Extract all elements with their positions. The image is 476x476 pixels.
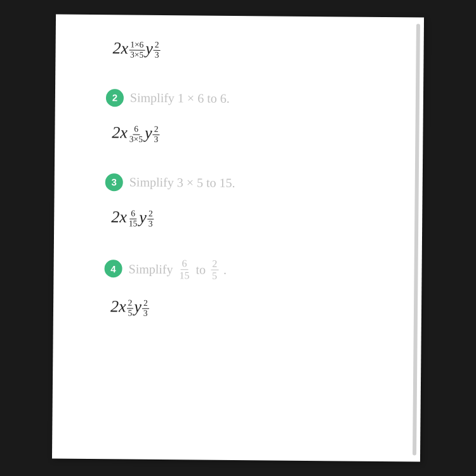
step3-x-numer: 6 (129, 209, 136, 219)
step3-y-numer: 2 (147, 209, 154, 220)
step2-y-numer: 2 (153, 125, 160, 135)
step4-period: . (223, 263, 227, 277)
step4-frac2-denom: 5 (211, 270, 218, 282)
step-4-circle: 4 (104, 260, 122, 278)
step4-y-denom: 3 (142, 308, 149, 318)
step2-y-denom: 3 (153, 135, 160, 145)
step-3-expression: 2x615y23 (111, 202, 390, 235)
step3-y-var: y (139, 208, 147, 226)
step-2-block: 2 Simplify 1 × 6 to 6. 2x63×5y23 (105, 89, 392, 150)
step3-x-exponent: 615 (128, 209, 139, 228)
step4-frac1-numer: 6 (181, 258, 188, 270)
step3-coef: 2x (111, 208, 127, 226)
step2-y-var: y (145, 124, 152, 142)
step4-frac1: 6 15 (178, 258, 190, 281)
step-4-instruction: Simplify 6 15 to 2 5 . (128, 258, 227, 282)
step-2-circle: 2 (106, 89, 124, 107)
top-y-denom: 3 (154, 51, 161, 60)
top-coef: 2x (112, 39, 128, 57)
step3-x-denom: 15 (128, 219, 139, 228)
step-3-circle: 3 (105, 173, 123, 191)
step-3-block: 3 Simplify 3 × 5 to 15. 2x615y23 (105, 173, 391, 235)
step-3-instruction: Simplify 3 × 5 to 15. (129, 175, 235, 190)
step-4-header: 4 Simplify 6 15 to 2 5 . (104, 258, 390, 283)
scrollbar[interactable] (413, 23, 420, 455)
top-x-numer: 1×6 (129, 41, 145, 51)
top-expression: 2x1×63×5y23 (112, 34, 392, 66)
step-2-header: 2 Simplify 1 × 6 to 6. (106, 89, 392, 109)
step4-frac2-numer: 2 (211, 258, 218, 270)
step4-y-var: y (134, 297, 142, 315)
step2-y-exponent: 23 (153, 125, 160, 145)
top-y-exponent: 23 (154, 41, 161, 60)
step4-coef: 2x (110, 297, 126, 315)
step4-to-label: to (195, 262, 206, 277)
top-y-var: y (145, 39, 153, 58)
top-x-denom: 3×5 (129, 51, 145, 60)
step2-x-numer: 6 (133, 125, 140, 135)
step-4-expression: 2x25y23 (110, 292, 390, 324)
step4-y-numer: 2 (142, 299, 149, 309)
step-2-instruction: Simplify 1 × 6 to 6. (130, 91, 230, 106)
step4-x-exponent: 25 (126, 298, 133, 318)
step4-frac2: 2 5 (211, 258, 218, 281)
top-x-exponent: 1×63×5 (129, 41, 145, 60)
step4-x-numer: 2 (127, 298, 134, 308)
step3-y-exponent: 23 (147, 209, 154, 229)
step-2-expression: 2x63×5y23 (112, 118, 391, 150)
step4-frac1-denom: 15 (178, 270, 190, 281)
step3-y-denom: 3 (147, 220, 154, 229)
content-page: 2x1×63×5y23 2 Simplify 1 × 6 to 6. 2x63×… (52, 14, 424, 461)
step2-x-denom: 3×5 (128, 135, 144, 144)
step4-x-denom: 5 (126, 308, 133, 318)
step2-coef: 2x (112, 123, 128, 142)
step2-x-exponent: 63×5 (128, 125, 144, 145)
step-4-block: 4 Simplify 6 15 to 2 5 . 2x25y23 (104, 258, 390, 324)
step4-simplify-label: Simplify (128, 261, 173, 277)
step-3-header: 3 Simplify 3 × 5 to 15. (105, 173, 391, 194)
step4-y-exponent: 23 (142, 299, 149, 319)
top-y-numer: 2 (154, 41, 161, 51)
